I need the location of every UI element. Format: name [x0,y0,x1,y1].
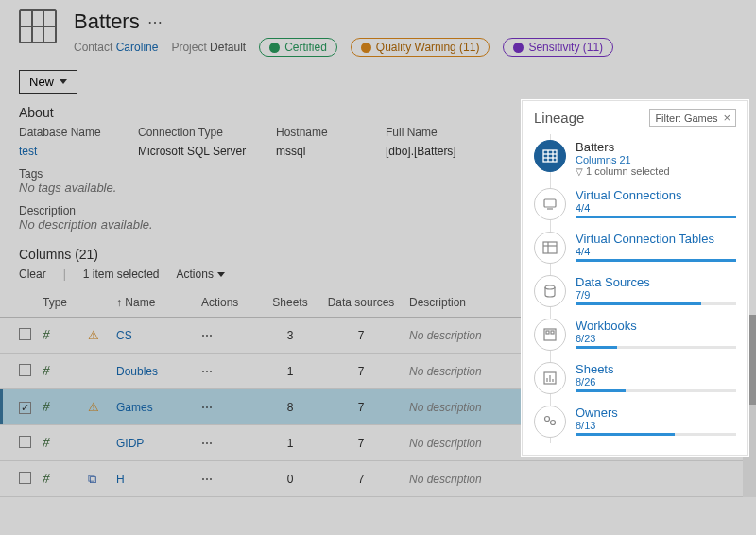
row-actions-icon[interactable]: ⋯ [201,329,213,342]
column-name-link[interactable]: Games [116,401,153,414]
row-actions-icon[interactable]: ⋯ [201,473,213,486]
filter-icon: ▽ [576,166,583,177]
row-checkbox[interactable] [19,436,31,448]
col-actions-header: Actions [196,288,262,318]
lineage-item-count[interactable]: 6/23 [576,333,736,344]
link-icon: ⧉ [88,472,96,486]
row-checkbox[interactable] [19,402,31,414]
project-value: Default [210,41,246,54]
sheets-count: 1 [262,425,318,461]
lineage-progress-bar [576,433,736,436]
db-name-label: Database Name [19,126,132,139]
db-name-link[interactable]: test [19,145,132,158]
conn-type-value: Microsoft SQL Server [138,145,270,158]
caret-down-icon [217,272,225,277]
datasources-count: 7 [318,461,404,497]
svg-point-18 [545,417,550,422]
col-sheets-header[interactable]: Sheets [262,288,318,318]
lineage-item-title[interactable]: Virtual Connection Tables [576,232,736,246]
row-checkbox[interactable] [19,472,31,484]
column-name-link[interactable]: CS [116,329,132,342]
lineage-columns-link[interactable]: Columns 21 [576,154,736,165]
column-name-link[interactable]: Doubles [116,365,158,378]
svg-point-19 [551,421,556,425]
sheets-count: 1 [262,354,318,389]
more-actions-icon[interactable]: ⋯ [147,13,163,31]
row-checkbox[interactable] [19,328,31,340]
number-type-icon: # [43,471,50,486]
lineage-panel: Lineage Filter: Games × Batters Columns … [522,100,748,456]
col-name-header[interactable]: ↑ Name [111,288,196,318]
svg-rect-12 [546,331,549,334]
col-datasources-header[interactable]: Data sources [318,288,404,318]
lineage-item-count[interactable]: 7/9 [576,289,736,301]
table-icon [534,140,566,172]
lineage-filter-chip[interactable]: Filter: Games × [649,109,736,127]
svg-rect-7 [543,242,557,253]
lineage-item-count[interactable]: 8/13 [576,420,736,431]
sheets-count: 8 [262,389,318,425]
caret-down-icon [60,79,67,84]
row-description: No description [404,461,756,497]
table-row[interactable]: #⧉H⋯07No description [0,461,756,497]
number-type-icon: # [43,435,50,450]
fullname-label: Full Name [386,126,518,139]
hostname-label: Hostname [276,126,380,139]
col-type-header[interactable]: Type [37,288,82,318]
number-type-icon: # [43,399,50,414]
page-title: Batters [74,9,140,34]
lineage-item-icon [534,319,566,351]
datasources-count: 7 [318,389,404,425]
lineage-heading: Lineage [534,110,644,126]
sheets-count: 3 [262,318,318,354]
items-selected-text: 1 item selected [83,268,160,281]
lineage-progress-bar [576,302,736,305]
column-name-link[interactable]: H [116,473,125,486]
fullname-value: [dbo].[Batters] [386,145,518,158]
svg-rect-5 [544,199,556,207]
svg-point-10 [545,285,555,289]
quality-warning-badge[interactable]: Quality Warning (11) [351,38,490,57]
column-name-link[interactable]: GIDP [116,437,144,450]
lineage-item-icon [534,362,566,394]
lineage-item-count[interactable]: 4/4 [576,202,736,214]
project-label: Project [171,41,206,54]
lineage-item-title[interactable]: Owners [576,406,736,420]
row-actions-icon[interactable]: ⋯ [201,365,213,378]
new-button[interactable]: New [19,70,77,94]
lineage-item-count[interactable]: 4/4 [576,246,736,257]
lineage-item-title[interactable]: Sheets [576,362,736,376]
lineage-item-icon [534,188,566,220]
lineage-item-icon [534,406,566,438]
number-type-icon: # [43,327,50,342]
lineage-progress-bar [576,346,736,349]
close-icon[interactable]: × [723,111,730,125]
contact-link[interactable]: Caroline [116,41,159,54]
svg-rect-0 [543,150,557,162]
row-actions-icon[interactable]: ⋯ [201,437,213,450]
datasources-count: 7 [318,318,404,354]
row-actions-icon[interactable]: ⋯ [201,401,213,414]
clear-button[interactable]: Clear [19,268,46,281]
conn-type-label: Connection Type [138,126,270,139]
certified-badge[interactable]: Certified [259,38,337,57]
lineage-item-count[interactable]: 8/26 [576,376,736,388]
sensitivity-badge[interactable]: Sensitivity (11) [503,38,613,57]
lineage-item-icon [534,275,566,307]
datasources-count: 7 [318,354,404,389]
lineage-primary-title: Batters [576,140,736,154]
contact-label: Contact [74,41,112,54]
hostname-value: mssql [276,145,380,158]
lineage-item-title[interactable]: Workbooks [576,319,736,333]
lineage-item-title[interactable]: Data Sources [576,275,736,289]
lineage-selected-text: ▽1 column selected [576,165,736,177]
lineage-progress-bar [576,216,736,218]
number-type-icon: # [43,363,50,378]
lineage-item-title[interactable]: Virtual Connections [576,188,736,202]
datasources-count: 7 [318,425,404,461]
lineage-progress-bar [576,389,736,392]
warning-icon: ⚠ [88,400,99,414]
actions-menu[interactable]: Actions [177,268,225,281]
lineage-progress-bar [576,259,736,262]
row-checkbox[interactable] [19,364,31,376]
